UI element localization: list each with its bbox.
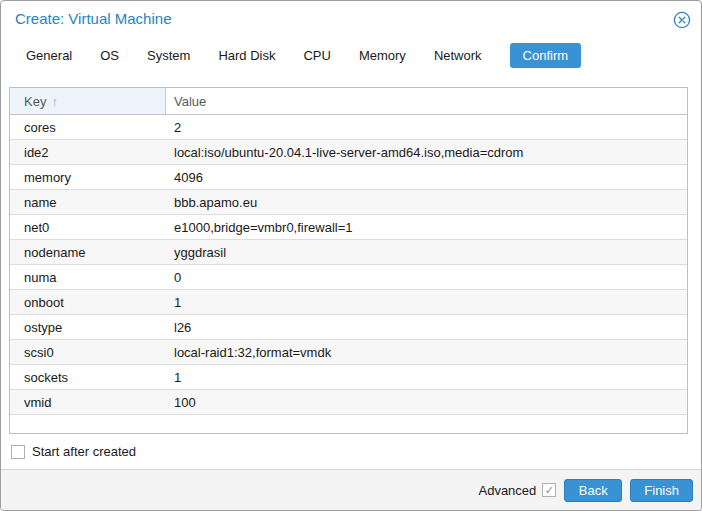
dialog-footer: Advanced ✓ Back Finish: [1, 469, 701, 510]
cell-value: yggdrasil: [166, 240, 687, 264]
cell-key: onboot: [10, 290, 166, 314]
tab-system[interactable]: System: [147, 43, 190, 68]
sort-ascending-icon: ↑: [51, 94, 58, 109]
cell-key: ide2: [10, 140, 166, 164]
column-header-value-label: Value: [174, 94, 206, 109]
start-after-created-label: Start after created: [32, 444, 136, 459]
tab-cpu[interactable]: CPU: [303, 43, 330, 68]
table-row-cores[interactable]: cores2: [10, 115, 687, 140]
cell-key: scsi0: [10, 340, 166, 364]
table-body: cores2ide2local:iso/ubuntu-20.04.1-live-…: [10, 115, 687, 415]
cell-value: 1: [166, 365, 687, 389]
cell-value: l26: [166, 315, 687, 339]
cell-value: bbb.apamo.eu: [166, 190, 687, 214]
table-row-net0[interactable]: net0e1000,bridge=vmbr0,firewall=1: [10, 215, 687, 240]
column-header-key-label: Key: [24, 94, 46, 109]
tab-confirm[interactable]: Confirm: [510, 43, 582, 68]
advanced-label: Advanced: [478, 483, 536, 498]
table-row-memory[interactable]: memory4096: [10, 165, 687, 190]
table-row-onboot[interactable]: onboot1: [10, 290, 687, 315]
cell-key: cores: [10, 115, 166, 139]
cell-key: net0: [10, 215, 166, 239]
cell-value: e1000,bridge=vmbr0,firewall=1: [166, 215, 687, 239]
table-row-ostype[interactable]: ostypel26: [10, 315, 687, 340]
tab-network[interactable]: Network: [434, 43, 482, 68]
table-row-vmid[interactable]: vmid100: [10, 390, 687, 415]
column-header-value[interactable]: Value: [166, 88, 687, 114]
cell-value: 100: [166, 390, 687, 414]
tab-os[interactable]: OS: [100, 43, 119, 68]
cell-key: ostype: [10, 315, 166, 339]
tab-hard-disk[interactable]: Hard Disk: [218, 43, 275, 68]
cell-value: 0: [166, 265, 687, 289]
cell-key: nodename: [10, 240, 166, 264]
dialog-titlebar: Create: Virtual Machine: [1, 1, 701, 35]
start-after-created-row: Start after created: [11, 444, 701, 459]
dialog-title: Create: Virtual Machine: [15, 10, 171, 27]
cell-key: vmid: [10, 390, 166, 414]
table-header-row: Key ↑ Value: [10, 88, 687, 115]
table-row-numa[interactable]: numa0: [10, 265, 687, 290]
table-row-nodename[interactable]: nodenameyggdrasil: [10, 240, 687, 265]
cell-value: 4096: [166, 165, 687, 189]
back-button[interactable]: Back: [564, 479, 622, 502]
table-row-ide2[interactable]: ide2local:iso/ubuntu-20.04.1-live-server…: [10, 140, 687, 165]
cell-value: 2: [166, 115, 687, 139]
cell-key: name: [10, 190, 166, 214]
tab-bar: GeneralOSSystemHard DiskCPUMemoryNetwork…: [26, 43, 701, 67]
table-row-sockets[interactable]: sockets1: [10, 365, 687, 390]
close-icon[interactable]: [673, 11, 691, 29]
confirm-settings-table: Key ↑ Value cores2ide2local:iso/ubuntu-2…: [9, 87, 688, 434]
tab-general[interactable]: General: [26, 43, 72, 68]
create-vm-dialog: Create: Virtual Machine GeneralOSSystemH…: [0, 0, 702, 511]
cell-key: numa: [10, 265, 166, 289]
tab-memory[interactable]: Memory: [359, 43, 406, 68]
table-row-scsi0[interactable]: scsi0local-raid1:32,format=vmdk: [10, 340, 687, 365]
advanced-checkbox[interactable]: ✓: [542, 483, 556, 497]
finish-button[interactable]: Finish: [630, 479, 693, 502]
column-header-key[interactable]: Key ↑: [10, 88, 166, 114]
cell-value: local:iso/ubuntu-20.04.1-live-server-amd…: [166, 140, 687, 164]
cell-value: local-raid1:32,format=vmdk: [166, 340, 687, 364]
cell-value: 1: [166, 290, 687, 314]
cell-key: sockets: [10, 365, 166, 389]
start-after-created-checkbox[interactable]: [11, 445, 25, 459]
cell-key: memory: [10, 165, 166, 189]
table-row-name[interactable]: namebbb.apamo.eu: [10, 190, 687, 215]
